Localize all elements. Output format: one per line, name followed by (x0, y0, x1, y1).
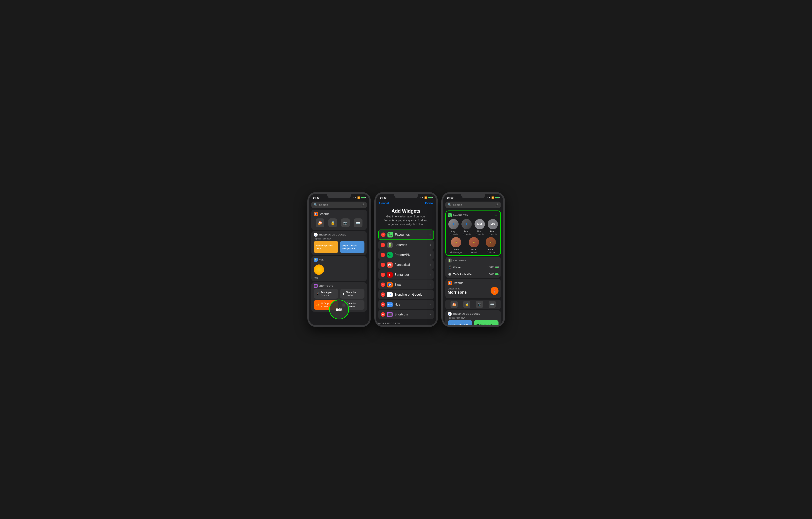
drag-handle-santander[interactable]: ≡ (430, 273, 431, 276)
done-button[interactable]: Done (425, 201, 433, 205)
remove-protonvpn-btn[interactable]: − (381, 253, 385, 257)
contact-anna-iphone[interactable]: 👩 Anna 📱 iPhone (486, 237, 496, 253)
anna3-type: 📱 iPhone (486, 251, 495, 253)
action-lock[interactable]: 🔒 (328, 218, 337, 227)
avatar-anna2: 👩 (469, 237, 479, 247)
swarm-title-1: SWARM (320, 213, 329, 215)
contact-anna-messages[interactable]: 👩 Anna 💬 Messages (450, 237, 462, 253)
drag-handle-fantastical[interactable]: ≡ (430, 263, 431, 267)
swarm-widget-3: 🧿 SWARM Check in at Morrisons 📍 (445, 279, 501, 298)
q-icon-cake[interactable]: 🍰 (451, 301, 458, 308)
remove-santander-btn[interactable]: − (381, 273, 385, 277)
widget-item-hue[interactable]: − HUE Hue ≡ (378, 300, 434, 309)
iphone-battery-row: 📱 iPhone 100% (445, 264, 501, 271)
batteries-title-3: BATTERIES (453, 259, 466, 262)
action-keyboard[interactable]: ⌨️ (354, 218, 362, 227)
swarm-title-3: SWARM (454, 282, 463, 284)
contact-jared[interactable]: 👤 Jared 📱 mobile (461, 219, 472, 236)
shortcut-apple-frames[interactable]: 📱 Run Apple Frames (314, 289, 338, 299)
favourites-list-name: Favourites (395, 233, 430, 237)
contact-mum-2[interactable]: MD Mum 📱 mobile (488, 219, 498, 236)
contact-mum-1[interactable]: MM Mum 📱 mobile (474, 219, 485, 236)
fav-title: FAVOURITES (453, 214, 468, 216)
checkin-label: Check in at (448, 287, 467, 290)
status-icons-1: ▲▲ 🛜 (352, 196, 365, 199)
remove-shortcuts-btn[interactable]: − (381, 312, 385, 317)
search-bar-3[interactable]: 🔍 Search 🎤 (445, 201, 501, 208)
trending-markets[interactable]: markets ftse 100 (448, 320, 472, 325)
drag-handle-protonvpn[interactable]: ≡ (430, 253, 431, 256)
batteries-icon-3: 🔋 (448, 258, 452, 263)
widget-item-fantastical[interactable]: − 📅 Fantastical ≡ (378, 260, 434, 270)
remove-hue-btn[interactable]: − (381, 302, 385, 307)
q-icon-camera[interactable]: 📷 (476, 301, 483, 308)
q-icon-lock[interactable]: 🔒 (463, 301, 470, 308)
avatar-mum-2: MD (488, 219, 498, 229)
trending-offlicences[interactable]: off licences uk (474, 320, 498, 325)
cancel-button[interactable]: Cancel (379, 201, 389, 205)
signal-icon-3: ▲▲ (486, 196, 491, 199)
shortcut-share-nearby[interactable]: ⬆ Share file nearby (340, 289, 365, 299)
drag-handle-hue[interactable]: ≡ (430, 303, 431, 306)
widget-item-swarm[interactable]: − 🧿 Swarm ≡ (378, 280, 434, 290)
apple-frames-label: Run Apple Frames (321, 291, 336, 297)
trending-list-icon: G (387, 292, 393, 297)
apple-frames-icon: 📱 (316, 292, 319, 295)
contacts-row-2: 👩 Anna 💬 Messages 👩 Anna ✉️ Mail 👩 Anna (446, 237, 500, 255)
anna2-name: Anna (471, 248, 476, 251)
remove-trending-btn[interactable]: − (381, 293, 385, 297)
shortcuts-icon-1: ⬛ (314, 284, 318, 288)
edit-circle[interactable]: Edit (329, 300, 349, 320)
drag-handle-shortcuts[interactable]: ≡ (430, 313, 431, 316)
action-camera[interactable]: 📷 (341, 218, 350, 227)
watch-battery-visual (495, 273, 498, 275)
remove-favourites-btn[interactable]: − (381, 233, 385, 237)
hue-arrow-1: › (364, 258, 365, 261)
widget-item-batteries[interactable]: − 🔋 Batteries ≡ (378, 240, 434, 250)
action-cake[interactable]: 🍰 (316, 218, 324, 227)
drag-handle-batteries[interactable]: ≡ (430, 243, 431, 247)
share-nearby-label: Share file nearby (346, 291, 362, 297)
remove-batteries-btn[interactable]: − (381, 243, 385, 247)
phone-3: 15:00 ▲▲ 🛜 🔍 Search 🎤 � (441, 192, 505, 327)
q-icon-keyboard[interactable]: ⌨️ (489, 301, 496, 308)
wifi-icon-2: 🛜 (424, 196, 427, 199)
contact-tony[interactable]: 👤 tony 📱 mobile (448, 219, 459, 236)
watch-name: Tim's Apple Watch (453, 273, 474, 276)
trending-items-1: wetherspoons pubs pope francis lord pray… (311, 241, 367, 255)
drag-handle-swarm[interactable]: ≡ (430, 283, 431, 286)
remove-swarm-btn[interactable]: − (381, 282, 385, 287)
iphone-pct: 100% (487, 266, 494, 269)
status-time-1: 14:59 (313, 196, 319, 199)
trending-popular-3: Popular right now (445, 317, 501, 320)
phone-1: 14:59 ▲▲ 🛜 🔍 Search 🎤 🧿 SWARM (307, 192, 371, 327)
watch-battery-row: ⌚ Tim's Apple Watch 100% (445, 271, 501, 278)
add-widgets-subtitle: Get timely information from your favouri… (376, 215, 436, 229)
widget-item-shortcuts[interactable]: − ⬛ Shortcuts ≡ (378, 310, 434, 319)
widget-item-trending[interactable]: − G Trending on Google ≡ (378, 290, 434, 299)
remove-fantastical-btn[interactable]: − (381, 263, 385, 267)
santander-list-icon: S (387, 272, 393, 278)
trending-item-pope[interactable]: pope francis lord prayer (340, 241, 365, 253)
signal-icon-1: ▲▲ (352, 196, 356, 199)
avatar-tony: 👤 (448, 219, 459, 229)
search-bar-1[interactable]: 🔍 Search 🎤 (311, 201, 367, 208)
drag-handle-favourites[interactable]: ≡ (429, 233, 431, 236)
contact-anna-mail[interactable]: 👩 Anna ✉️ Mail (469, 237, 479, 253)
edit-label: Edit (336, 307, 343, 312)
iphone-icon: 📱 (448, 265, 452, 269)
widget-item-protonvpn[interactable]: − 🛡 ProtonVPN ≡ (378, 250, 434, 260)
hue-circle[interactable]: ☀️ (314, 265, 324, 275)
battery-icon-3 (495, 197, 499, 199)
status-bar-3: 15:00 ▲▲ 🛜 (443, 194, 503, 201)
santander-list-name: Santander (395, 273, 430, 277)
mum1-name: Mum (477, 230, 482, 233)
signal-icon-2: ▲▲ (419, 196, 424, 199)
add-widgets-title: Add Widgets (376, 207, 436, 215)
hue-list-icon: HUE (387, 302, 393, 307)
widget-item-favourites[interactable]: − 📞 Favourites ≡ (378, 229, 434, 240)
trending-item-wetherspoons[interactable]: wetherspoons pubs (314, 241, 338, 253)
fav-green-arrow: → (494, 213, 498, 218)
drag-handle-trending[interactable]: ≡ (430, 293, 431, 296)
widget-item-santander[interactable]: − S Santander ≡ (378, 270, 434, 279)
